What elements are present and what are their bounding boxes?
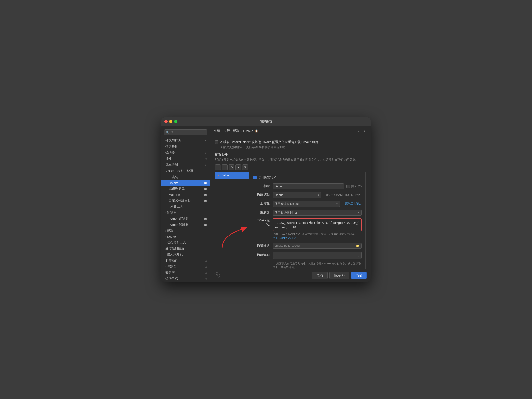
sidebar-item-vcs[interactable]: 版本控制 › xyxy=(161,162,210,168)
toolchain-select[interactable]: 使用默认值 Default xyxy=(273,201,340,207)
sidebar-item-toolchains[interactable]: 工具链 xyxy=(161,174,210,180)
sidebar-item-coverage[interactable]: 覆盖率 ⊞ xyxy=(161,270,210,276)
manage-toolchains-link[interactable]: 管理工具链... xyxy=(345,202,362,206)
forward-arrow[interactable]: › xyxy=(363,128,367,133)
sidebar-item-docker[interactable]: › Docker xyxy=(161,234,210,239)
sidebar-item-label: 构建、执行、部署 xyxy=(168,169,193,173)
profile-item-debug[interactable]: ▲ Debug xyxy=(215,172,249,179)
chevron-right-icon: › xyxy=(165,265,166,268)
sidebar-item-compiler-db[interactable]: 编译数据库 ⊞ xyxy=(161,186,210,192)
db-icon: ⊞ xyxy=(204,187,207,191)
breadcrumb-icon: 📋 xyxy=(255,129,258,133)
chevron-down-icon: ∨ xyxy=(165,170,167,172)
cmake-options-box[interactable]: -DCXX_COMPILER=/opt/homebrew/Cellar/gcc/… xyxy=(273,218,362,231)
minimize-button[interactable] xyxy=(169,120,172,123)
breadcrumb-separator: › xyxy=(241,129,242,133)
chevron-right-icon: › xyxy=(165,230,166,232)
chevron-right-icon: › xyxy=(205,152,206,154)
move-down-button[interactable]: ▼ xyxy=(242,164,248,170)
build-dir-input[interactable] xyxy=(273,243,362,249)
sidebar-item-label: 控制台 xyxy=(167,265,177,269)
reload-label: 在编辑 CMakeLists.txt 或其他 CMake 配置文件时重新加载 C… xyxy=(220,140,318,145)
move-up-button[interactable]: ▲ xyxy=(235,164,241,170)
breadcrumb: 构建、执行、部署 › CMake 📋 xyxy=(214,129,258,133)
reload-checkbox[interactable] xyxy=(215,140,218,144)
sidebar-item-build[interactable]: ∨ 构建、执行、部署 xyxy=(161,168,210,174)
build-options-row: 构建选项: ⤢ xyxy=(253,252,362,259)
sidebar-item-custom-targets[interactable]: 自定义构建目标 ⊞ xyxy=(161,198,210,204)
add-profile-button[interactable]: + xyxy=(215,164,221,170)
targets-icon: ⊞ xyxy=(204,199,207,202)
sidebar: 🔍 外观与行为 › 键盘映射 编辑器 › 插件 ⊞ 版本控制 › xyxy=(161,126,210,282)
sidebar-item-appearance[interactable]: 外观与行为 › xyxy=(161,138,210,144)
sidebar-item-build-tools[interactable]: › 构建工具 xyxy=(161,204,210,210)
sidebar-item-label: 工具链 xyxy=(169,175,178,179)
footer-buttons: 取消 应用(A) 确定 xyxy=(312,272,367,279)
remove-profile-button[interactable]: − xyxy=(222,164,228,170)
build-dir-row: 构建目录: 📁 xyxy=(253,243,362,249)
apply-button[interactable]: 应用(A) xyxy=(329,272,349,279)
sidebar-item-debugger[interactable]: › 调试器 xyxy=(161,210,210,216)
sidebar-item-embedded[interactable]: › 嵌入式开发 xyxy=(161,252,210,258)
sidebar-item-plugins[interactable]: 插件 ⊞ xyxy=(161,156,210,162)
cmake-options-label: CMake 选项: xyxy=(253,218,270,227)
back-arrow[interactable]: ‹ xyxy=(357,128,361,133)
search-box[interactable]: 🔍 xyxy=(164,129,207,135)
generator-select[interactable]: 使用默认值 Ninja xyxy=(273,210,362,216)
sidebar-item-label: CMake xyxy=(169,181,178,185)
profiles-area: ▲ Debug ✓ 启用配置文件 名称: xyxy=(215,172,366,269)
sidebar-item-keymap[interactable]: 键盘映射 xyxy=(161,144,210,150)
sidebar-item-dynamic-tools[interactable]: › 动态分析工具 xyxy=(161,239,210,245)
main-panel: 构建、执行、部署 › CMake 📋 ‹ › 在编辑 CMakeLists.tx… xyxy=(210,126,371,282)
enable-profiles-checkbox[interactable]: ✓ xyxy=(253,176,257,179)
share-text: 共享 xyxy=(351,184,357,188)
sidebar-item-label: 运行目标 xyxy=(165,277,178,281)
build-type-select[interactable]: Debug xyxy=(273,192,321,198)
cmake-triangle-icon: ▲ xyxy=(218,174,220,177)
sidebar-item-label: 插件 xyxy=(165,157,172,161)
cmake-expand-icon[interactable]: ⤢ xyxy=(357,220,360,224)
cmake-add-icon[interactable]: + xyxy=(355,220,356,224)
build-dir-label: 构建目录: xyxy=(253,244,270,248)
sidebar-item-cmake[interactable]: CMake ⊞ xyxy=(161,180,210,186)
sidebar-item-run-targets[interactable]: 运行目标 ⊞ xyxy=(161,276,210,282)
sidebar-item-label: 部署 xyxy=(167,229,173,233)
chevron-right-icon: › xyxy=(165,211,166,214)
share-row: 共享 ? xyxy=(346,184,362,188)
titlebar: 偏好设置 xyxy=(161,117,371,126)
search-input[interactable] xyxy=(171,131,205,134)
profile-list: ▲ Debug xyxy=(215,172,249,269)
maximize-button[interactable] xyxy=(174,120,177,123)
sidebar-item-editor[interactable]: 编辑器 › xyxy=(161,150,210,156)
build-options-label: 构建选项: xyxy=(253,253,270,257)
ok-button[interactable]: 确定 xyxy=(351,272,367,279)
folder-icon: 📁 xyxy=(356,244,360,247)
sidebar-item-python-interp[interactable]: Python 解释器 ⊞ xyxy=(161,222,210,228)
sidebar-item-trusted-locations[interactable]: 受信任的位置 xyxy=(161,245,210,252)
sidebar-item-makefile[interactable]: Makefile ⊞ xyxy=(161,192,210,198)
main-body: 在编辑 CMakeLists.txt 或其他 CMake 配置文件时重新加载 C… xyxy=(210,136,371,269)
sidebar-item-python-debugger[interactable]: Python 调试器 ⊞ xyxy=(161,216,210,222)
build-options-hint: '--' 后面的实参传递给此构建，其他实参是 CMake 命令行形参。默认选项取… xyxy=(273,262,362,269)
sidebar-item-required-plugins[interactable]: 必需插件 ⊞ xyxy=(161,258,210,264)
build-type-right-label: 对应于 CMAKE_BUILD_TYPE xyxy=(325,193,362,197)
close-button[interactable] xyxy=(164,120,168,123)
name-input[interactable] xyxy=(273,183,344,189)
share-checkbox[interactable] xyxy=(346,185,350,188)
profile-detail: ✓ 启用配置文件 名称: 共享 ? xyxy=(249,172,366,269)
profile-name: Debug xyxy=(222,174,231,177)
chevron-right-icon: › xyxy=(165,241,166,244)
sidebar-item-deployment[interactable]: › 部署 xyxy=(161,228,210,234)
cmake-all-options-link[interactable]: 所有 CMake 选项 ↗ xyxy=(273,236,362,240)
profiles-section-desc: 配置文件是一组命名的构建选项。例如，为调试和发布构建创建单独的配置文件，并在需要… xyxy=(215,158,366,162)
toolchain-label: 工具链: xyxy=(253,202,270,206)
help-button[interactable]: ? xyxy=(214,272,220,278)
share-help-icon[interactable]: ? xyxy=(358,185,362,188)
build-options-box[interactable]: ⤢ xyxy=(273,252,362,259)
cancel-button[interactable]: 取消 xyxy=(312,272,328,279)
sidebar-item-label: 自定义构建目标 xyxy=(169,199,191,203)
profiles-section-title: 配置文件 xyxy=(215,153,366,157)
sidebar-item-console[interactable]: › 控制台 ⊞ xyxy=(161,264,210,270)
generator-row: 生成器: 使用默认值 Ninja ▼ xyxy=(253,210,362,216)
copy-profile-button[interactable]: ⧉ xyxy=(229,164,234,170)
